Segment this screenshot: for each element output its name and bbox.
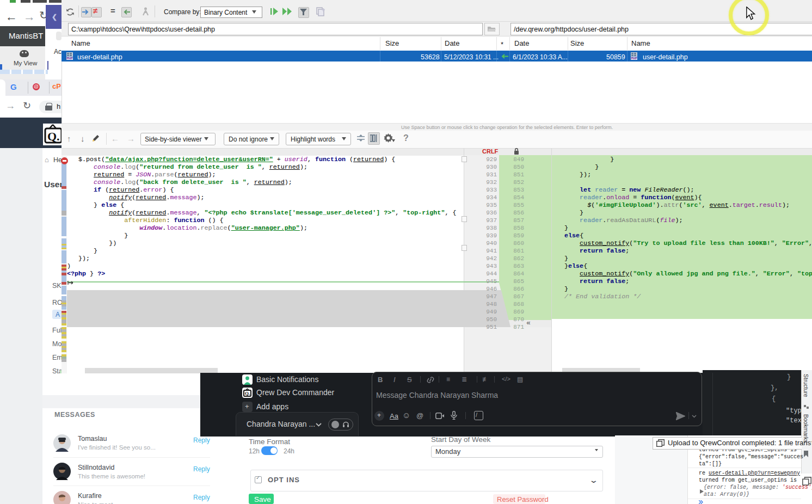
svg-text:Q.: Q.	[245, 391, 250, 396]
svg-text:PHP: PHP	[631, 57, 637, 60]
svg-text:Q.: Q.	[47, 130, 60, 143]
svg-text:PHP: PHP	[66, 57, 72, 60]
